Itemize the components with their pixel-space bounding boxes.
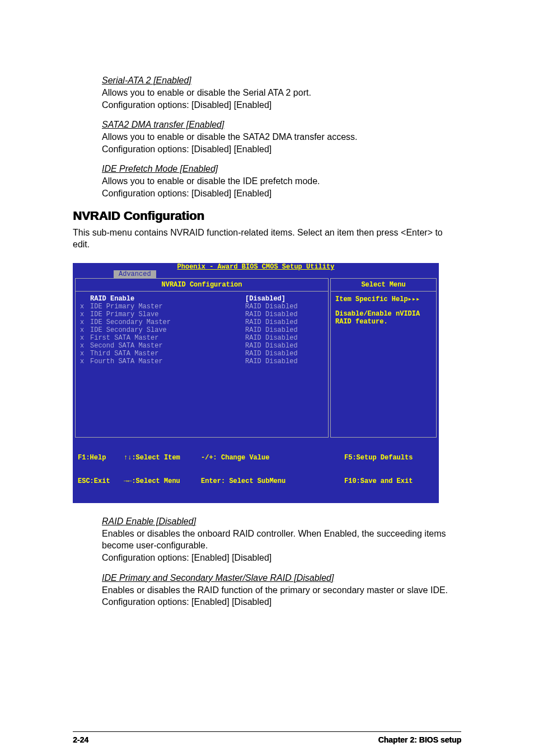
raid-enable-title: RAID Enable [Disabled] [102, 516, 461, 527]
page-number: 2-24 [73, 735, 88, 744]
bios-left-panel: NVRAID Configuration RAID Enable[Disable… [75, 278, 329, 438]
ide-ps-title: IDE Primary and Secondary Master/Slave R… [102, 573, 461, 583]
bios-row-value: RAID Disabled [245, 334, 324, 342]
bios-footer-esc: ESC:Exit [78, 477, 124, 485]
bios-row-x [80, 295, 90, 303]
bios-help-title: Item Specific Help▸▸▸ [335, 295, 432, 303]
sata2-dma-option: SATA2 DMA transfer [Enabled] Allows you … [73, 120, 461, 155]
ide-primary-secondary-option: IDE Primary and Secondary Master/Slave R… [73, 573, 461, 608]
bios-tab-row: Advanced [73, 270, 438, 278]
bios-row-label: First SATA Master [90, 334, 245, 342]
bios-footer-change-value: -/+: Change Value [201, 454, 344, 462]
bios-row-0[interactable]: RAID Enable[Disabled] [80, 295, 324, 303]
bios-row-label: IDE Secondary Master [90, 318, 245, 326]
bios-row-2[interactable]: xIDE Primary SlaveRAID Disabled [80, 311, 324, 318]
ide-prefetch-desc1: Allows you to enable or disable the IDE … [102, 175, 461, 187]
bios-row-5[interactable]: xFirst SATA MasterRAID Disabled [80, 334, 324, 342]
ide-ps-desc1: Enables or disables the RAID function of… [102, 584, 461, 608]
bios-row-label: IDE Primary Master [90, 303, 245, 311]
ide-prefetch-option: IDE Prefetch Mode [Enabled] Allows you t… [73, 164, 461, 199]
bios-tab-advanced[interactable]: Advanced [114, 270, 156, 278]
bios-footer-select-menu: →←:Select Menu [124, 477, 201, 485]
bios-row-7[interactable]: xThird SATA MasterRAID Disabled [80, 350, 324, 358]
bios-row-label: RAID Enable [90, 295, 245, 303]
serial-ata2-desc1: Allows you to enable or disable the Seri… [102, 87, 461, 99]
ide-prefetch-desc2: Configuration options: [Disabled] [Enabl… [102, 187, 461, 200]
sata2-dma-desc1: Allows you to enable or disable the SATA… [102, 131, 461, 143]
bios-right-header: Select Menu [331, 279, 436, 292]
raid-enable-desc2: Configuration options: [Enabled] [Disabl… [102, 552, 461, 564]
bios-row-value: RAID Disabled [245, 303, 324, 311]
bios-row-x: x [80, 350, 90, 358]
bios-row-label: IDE Primary Slave [90, 311, 245, 318]
bios-right-panel: Select Menu Item Specific Help▸▸▸ Disabl… [330, 278, 437, 438]
bios-row-label: IDE Secondary Slave [90, 326, 245, 334]
bios-row-x: x [80, 318, 90, 326]
bios-title: Phoenix - Award BIOS CMOS Setup Utility [73, 264, 438, 270]
serial-ata2-option: Serial-ATA 2 [Enabled] Allows you to ena… [73, 76, 461, 111]
bios-footer-select-item: ↑↓:Select Item [124, 454, 201, 462]
raid-enable-desc1: Enables or disables the onboard RAID con… [102, 528, 461, 552]
serial-ata2-desc2: Configuration options: [Disabled] [Enabl… [102, 99, 461, 111]
bios-rows-container: RAID Enable[Disabled]xIDE Primary Master… [76, 292, 328, 437]
bios-row-x: x [80, 326, 90, 334]
ide-prefetch-title: IDE Prefetch Mode [Enabled] [102, 164, 461, 174]
bios-row-value: RAID Disabled [245, 318, 324, 326]
bios-row-value: RAID Disabled [245, 311, 324, 318]
bios-footer-select-submenu: Enter: Select SubMenu [201, 477, 344, 485]
bios-row-x: x [80, 334, 90, 342]
bios-row-label: Third SATA Master [90, 350, 245, 358]
nvraid-heading: NVRAID Configuration [73, 209, 461, 223]
chapter-label: Chapter 2: BIOS setup [378, 735, 461, 744]
bios-row-value: [Disabled] [245, 295, 324, 303]
nvraid-desc: This sub-menu contains NVRAID function-r… [73, 227, 461, 251]
bios-row-8[interactable]: xFourth SATA MasterRAID Disabled [80, 358, 324, 365]
sata2-dma-title: SATA2 DMA transfer [Enabled] [102, 120, 461, 130]
bios-row-3[interactable]: xIDE Secondary MasterRAID Disabled [80, 318, 324, 326]
bios-row-4[interactable]: xIDE Secondary SlaveRAID Disabled [80, 326, 324, 334]
bios-row-6[interactable]: xSecond SATA MasterRAID Disabled [80, 342, 324, 350]
sata2-dma-desc2: Configuration options: [Disabled] [Enabl… [102, 143, 461, 156]
serial-ata2-title: Serial-ATA 2 [Enabled] [102, 76, 461, 86]
bios-help-line2: RAID feature. [335, 318, 432, 326]
bios-footer-f1: F1:Help [78, 454, 124, 462]
bios-row-value: RAID Disabled [245, 358, 324, 365]
bios-footer: F1:Help ESC:Exit ↑↓:Select Item →←:Selec… [73, 438, 438, 503]
bios-row-x: x [80, 311, 90, 318]
bios-row-1[interactable]: xIDE Primary MasterRAID Disabled [80, 303, 324, 311]
bios-footer-save-exit: F10:Save and Exit [344, 477, 434, 485]
bios-row-value: RAID Disabled [245, 326, 324, 334]
bios-row-x: x [80, 342, 90, 350]
bios-row-label: Fourth SATA Master [90, 358, 245, 365]
bios-left-header: NVRAID Configuration [76, 279, 328, 292]
bios-row-x: x [80, 358, 90, 365]
bios-footer-setup-defaults: F5:Setup Defaults [344, 454, 434, 462]
bios-row-value: RAID Disabled [245, 342, 324, 350]
bios-row-value: RAID Disabled [245, 350, 324, 358]
bios-help-line1: Disable/Enable nVIDIA [335, 310, 432, 318]
page-footer: 2-24 Chapter 2: BIOS setup [73, 731, 461, 744]
raid-enable-option: RAID Enable [Disabled] Enables or disabl… [73, 516, 461, 564]
bios-row-label: Second SATA Master [90, 342, 245, 350]
bios-help-box: Item Specific Help▸▸▸ Disable/Enable nVI… [331, 292, 436, 437]
bios-row-x: x [80, 303, 90, 311]
bios-screenshot: Phoenix - Award BIOS CMOS Setup Utility … [73, 263, 439, 503]
